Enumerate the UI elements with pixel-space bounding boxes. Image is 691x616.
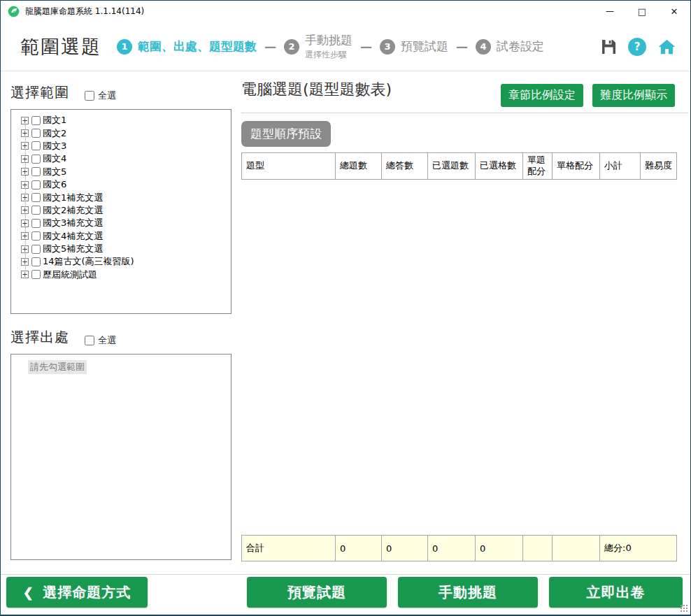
tree-row: + 國文2 xyxy=(11,127,231,139)
step-2-circle: 2 xyxy=(284,39,299,55)
tree-item-label[interactable]: 14篇古文(高三複習版) xyxy=(43,255,134,268)
tree-row: + 國文3補充文選 xyxy=(11,217,231,229)
tree-row: + 國文6 xyxy=(11,178,231,191)
source-select-all-checkbox[interactable] xyxy=(85,336,94,345)
expand-icon[interactable]: + xyxy=(21,168,29,176)
step-1-range[interactable]: 1 範圍、出處、題型題數 xyxy=(117,38,257,55)
range-tree: + 國文1 + 國文2 + 國文3 + 國文4 + 國文5 + xyxy=(11,114,231,281)
step-3-preview[interactable]: 3 預覽試題 xyxy=(380,38,448,55)
header-icons: ? xyxy=(600,22,676,71)
table-header-cell: 總答數 xyxy=(382,153,428,180)
tree-row: + 國文2補充文選 xyxy=(11,204,231,217)
tree-item-label[interactable]: 國文1 xyxy=(43,114,66,127)
tree-item-checkbox[interactable] xyxy=(31,129,41,138)
tree-item-label[interactable]: 國文4 xyxy=(43,152,66,165)
app-window: 龍騰題庫命題系統 1.1.14(114) — □ ✕ 範圍選題 1 範圍、出處、… xyxy=(0,0,691,616)
totals-label: 合計 xyxy=(242,536,336,561)
tree-item-checkbox[interactable] xyxy=(31,219,41,228)
wizard-stepper: 1 範圍、出處、題型題數 — 2 手動挑題 選擇性步驟 — 3 預覽試題 — 4… xyxy=(117,22,544,71)
expand-icon[interactable]: + xyxy=(21,258,29,266)
tree-row: + 國文1補充文選 xyxy=(11,191,231,203)
generate-paper-button[interactable]: 立即出卷 xyxy=(549,577,683,608)
main-divider xyxy=(241,113,688,113)
tree-row: + 國文1 xyxy=(11,114,231,127)
tree-item-checkbox[interactable] xyxy=(31,245,41,254)
tree-item-checkbox[interactable] xyxy=(31,231,41,241)
totals-per-question-score xyxy=(523,536,553,561)
source-list-box: 請先勾選範圍 xyxy=(10,354,231,560)
manual-pick-button[interactable]: 手動挑題 xyxy=(398,577,538,608)
expand-icon[interactable]: + xyxy=(21,271,29,278)
tree-item-checkbox[interactable] xyxy=(31,141,41,150)
table-header-cell: 題型 xyxy=(242,153,336,180)
table-header-cell: 單題配分 xyxy=(523,153,553,180)
tree-item-label[interactable]: 國文1補充文選 xyxy=(43,192,103,204)
expand-icon[interactable]: + xyxy=(21,142,29,150)
step-2-label: 手動挑題 xyxy=(305,32,352,48)
expand-icon[interactable]: + xyxy=(21,155,29,163)
step-2-manual-pick[interactable]: 2 手動挑題 選擇性步驟 xyxy=(284,32,352,61)
expand-icon[interactable]: + xyxy=(21,117,29,124)
table-header-cell: 已選格數 xyxy=(476,153,523,180)
tree-item-label[interactable]: 國文2補充文選 xyxy=(43,204,103,217)
expand-icon[interactable]: + xyxy=(21,181,29,189)
range-select-all-checkbox[interactable] xyxy=(85,91,94,101)
tree-item-checkbox[interactable] xyxy=(31,180,41,189)
tree-item-label[interactable]: 國文5補充文選 xyxy=(43,243,103,255)
tree-item-checkbox[interactable] xyxy=(31,257,41,266)
save-icon[interactable] xyxy=(600,38,617,55)
expand-icon[interactable]: + xyxy=(21,245,29,253)
tree-item-label[interactable]: 國文6 xyxy=(43,178,66,191)
tree-item-checkbox[interactable] xyxy=(31,270,41,279)
totals-per-cell-score xyxy=(553,536,600,561)
totals-total-score: 總分:0 xyxy=(600,536,677,561)
tree-row: + 14篇古文(高三複習版) xyxy=(11,255,231,268)
close-button[interactable]: ✕ xyxy=(658,1,690,22)
step-1-label: 範圍、出處、題型題數 xyxy=(138,38,257,55)
source-select-all[interactable]: 全選 xyxy=(85,334,116,347)
step-separator: — xyxy=(264,40,276,54)
step-4-label: 試卷設定 xyxy=(497,38,544,55)
expand-icon[interactable]: + xyxy=(21,232,29,240)
difficulty-ratio-button[interactable]: 難度比例顯示 xyxy=(592,84,675,107)
tree-item-label[interactable]: 歷屆統測試題 xyxy=(43,268,97,281)
tree-item-label[interactable]: 國文5 xyxy=(43,166,66,178)
expand-icon[interactable]: + xyxy=(21,129,29,137)
expand-icon[interactable]: + xyxy=(21,194,29,201)
chapter-ratio-button[interactable]: 章節比例設定 xyxy=(501,84,583,107)
table-header-cell: 小計 xyxy=(600,153,641,180)
header: 範圍選題 1 範圍、出處、題型題數 — 2 手動挑題 選擇性步驟 — 3 預覽試… xyxy=(1,22,690,71)
resize-grip[interactable] xyxy=(680,604,688,613)
tree-item-checkbox[interactable] xyxy=(31,193,41,202)
range-select-all[interactable]: 全選 xyxy=(85,89,116,102)
tree-item-checkbox[interactable] xyxy=(31,116,41,125)
type-order-button[interactable]: 題型順序預設 xyxy=(241,121,331,147)
title-bar: 龍騰題庫命題系統 1.1.14(114) — □ ✕ xyxy=(1,1,690,22)
tree-item-label[interactable]: 國文2 xyxy=(43,127,66,140)
range-tree-box: + 國文1 + 國文2 + 國文3 + 國文4 + 國文5 + xyxy=(10,109,231,314)
totals-total-questions: 0 xyxy=(336,536,382,561)
expand-icon[interactable]: + xyxy=(21,220,29,227)
window-controls: — □ ✕ xyxy=(594,1,690,22)
totals-selected-questions: 0 xyxy=(428,536,476,561)
back-to-method-button[interactable]: ❮ 選擇命題方式 xyxy=(6,577,148,608)
maximize-button[interactable]: □ xyxy=(626,1,658,22)
tree-item-checkbox[interactable] xyxy=(31,155,41,164)
tree-row: + 國文4補充文選 xyxy=(11,230,231,243)
help-icon[interactable]: ? xyxy=(628,38,646,56)
range-section-title: 選擇範圍 xyxy=(10,83,69,102)
step-2-sublabel: 選擇性步驟 xyxy=(305,49,352,61)
ratio-buttons: 章節比例設定 難度比例顯示 xyxy=(501,84,675,107)
tree-item-label[interactable]: 國文3補充文選 xyxy=(43,217,103,229)
tree-item-checkbox[interactable] xyxy=(31,167,41,176)
tree-item-label[interactable]: 國文4補充文選 xyxy=(43,230,103,243)
preview-questions-button[interactable]: 預覽試題 xyxy=(247,577,387,608)
tree-item-label[interactable]: 國文3 xyxy=(43,140,66,152)
home-icon[interactable] xyxy=(657,38,676,56)
source-select-all-label: 全選 xyxy=(98,334,116,347)
tree-item-checkbox[interactable] xyxy=(31,206,41,215)
step-4-paper-settings[interactable]: 4 試卷設定 xyxy=(476,38,544,55)
minimize-button[interactable]: — xyxy=(594,1,626,22)
step-3-circle: 3 xyxy=(380,39,395,55)
expand-icon[interactable]: + xyxy=(21,206,29,214)
